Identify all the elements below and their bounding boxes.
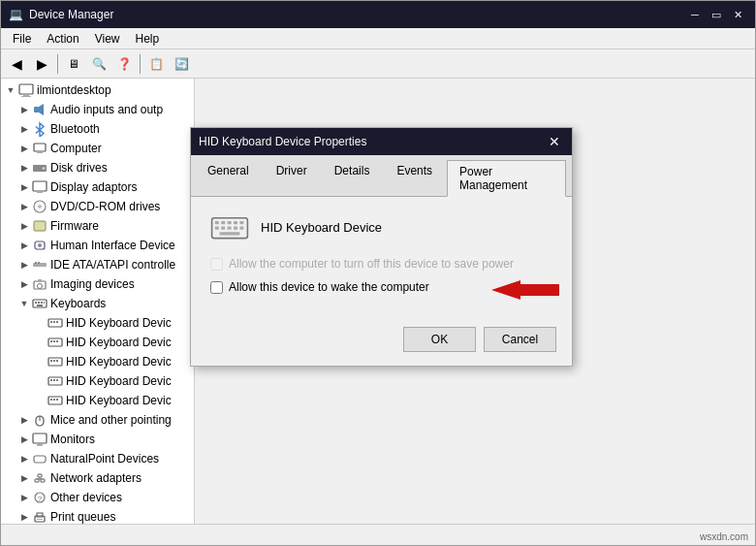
- svg-rect-28: [37, 305, 43, 306]
- svg-rect-20: [34, 281, 46, 289]
- expand-icon-computer: ▶: [16, 141, 32, 156]
- tree-item-imaging[interactable]: ▶ Imaging devices: [1, 274, 194, 294]
- svg-rect-1: [23, 94, 29, 96]
- svg-point-16: [38, 243, 42, 247]
- minimize-button[interactable]: ─: [685, 6, 705, 23]
- tree-item-diskdrives[interactable]: ▶ Disk drives: [1, 158, 194, 177]
- network-label: Network adapters: [50, 471, 142, 485]
- tab-general[interactable]: General: [195, 159, 262, 196]
- help-button[interactable]: ❓: [112, 52, 136, 76]
- menu-action[interactable]: Action: [39, 30, 86, 48]
- close-button[interactable]: ✕: [728, 6, 747, 23]
- tree-item-dvd[interactable]: ▶ DVD/CD-ROM drives: [1, 197, 194, 216]
- menu-file[interactable]: File: [5, 30, 39, 48]
- forward-button[interactable]: ▶: [30, 52, 53, 76]
- svg-text:?: ?: [38, 495, 43, 503]
- diskdrives-label: Disk drives: [50, 161, 108, 175]
- properties-button[interactable]: 📋: [144, 52, 168, 76]
- dvd-icon: [32, 199, 47, 214]
- svg-rect-76: [239, 221, 243, 224]
- audio-icon: [32, 102, 47, 117]
- dialog-tabs: General Driver Details Events Power Mana…: [191, 155, 572, 197]
- kbd1-label: HID Keyboard Devic: [66, 316, 172, 330]
- other-icon: ?: [32, 490, 47, 505]
- svg-rect-44: [56, 379, 58, 381]
- expand-icon-ide: ▶: [16, 257, 32, 273]
- maximize-button[interactable]: ▭: [707, 6, 726, 23]
- tree-item-display[interactable]: ▶ Display adaptors: [1, 177, 194, 197]
- spacer-kbd5: [32, 393, 47, 408]
- tree-item-otherdevices[interactable]: ▶ ? Other devices: [1, 488, 194, 507]
- option-row-wake: Allow this device to wake the computer: [210, 280, 552, 294]
- svg-rect-54: [34, 456, 46, 463]
- tree-item-computer[interactable]: ▶ Computer: [1, 139, 194, 158]
- svg-rect-11: [37, 191, 43, 193]
- tree-item-bluetooth[interactable]: ▶ Bluetooth: [1, 119, 194, 139]
- wake-computer-label: Allow this device to wake the computer: [229, 280, 429, 294]
- tree-item-printqueues[interactable]: ▶ Print queues: [1, 507, 194, 524]
- svg-rect-3: [34, 107, 39, 112]
- back-button[interactable]: ◀: [5, 52, 28, 76]
- tree-item-firmware[interactable]: ▶ Firmware: [1, 216, 194, 236]
- firmware-icon: [32, 218, 47, 234]
- svg-rect-42: [50, 379, 52, 381]
- disk-icon: [32, 160, 47, 176]
- tree-item-mice[interactable]: ▶ Mice and other pointing: [1, 410, 194, 430]
- tree-item-audio[interactable]: ▶ Audio inputs and outp: [1, 100, 194, 119]
- print-icon: [32, 509, 47, 524]
- tree-item-kbd5[interactable]: HID Keyboard Devic: [1, 391, 194, 410]
- cancel-button[interactable]: Cancel: [484, 327, 556, 352]
- keyboard-sm-icon-2: [47, 335, 63, 350]
- spacer-kbd2: [32, 335, 47, 350]
- search-button[interactable]: 🔍: [87, 52, 110, 76]
- kbd3-label: HID Keyboard Devic: [66, 355, 172, 369]
- tree-item-keyboards[interactable]: ▼ Keyboards: [1, 294, 194, 313]
- menu-view[interactable]: View: [87, 30, 128, 48]
- dm-title: Device Manager: [29, 8, 113, 21]
- tree-item-hid[interactable]: ▶ Human Interface Device: [1, 236, 194, 255]
- tree-item-network[interactable]: ▶ Network adapters: [1, 468, 194, 488]
- expand-icon-dvd: ▶: [16, 199, 32, 214]
- tree-item-kbd1[interactable]: HID Keyboard Devic: [1, 313, 194, 333]
- expand-icon-other: ▶: [16, 490, 32, 505]
- svg-rect-57: [38, 474, 42, 477]
- svg-rect-41: [48, 377, 62, 385]
- save-power-checkbox[interactable]: [210, 258, 223, 271]
- tab-events[interactable]: Events: [384, 159, 445, 196]
- tab-driver[interactable]: Driver: [264, 159, 320, 196]
- svg-rect-40: [56, 360, 58, 362]
- wake-computer-checkbox[interactable]: [210, 281, 223, 294]
- tree-item-root[interactable]: ▼ ilmiontdesktop: [1, 80, 194, 100]
- svg-rect-82: [220, 232, 240, 235]
- tab-details[interactable]: Details: [322, 159, 383, 196]
- svg-rect-43: [53, 379, 55, 381]
- otherdevices-label: Other devices: [50, 491, 122, 504]
- device-tree[interactable]: ▼ ilmiontdesktop ▶ Audio inputs and outp…: [1, 79, 195, 524]
- red-arrow-indicator: [491, 278, 559, 302]
- tree-item-ide[interactable]: ▶ IDE ATA/ATAPI controlle: [1, 255, 194, 274]
- device-name: HID Keyboard Device: [261, 220, 382, 235]
- svg-rect-39: [53, 360, 55, 362]
- svg-rect-74: [228, 221, 232, 224]
- svg-rect-79: [228, 227, 232, 230]
- tab-power-management[interactable]: Power Management: [447, 160, 566, 197]
- dialog-close-button[interactable]: ✕: [545, 133, 564, 150]
- tree-item-monitors[interactable]: ▶ Monitors: [1, 430, 194, 449]
- computer-label: Computer: [50, 142, 102, 155]
- tree-item-naturalpoint[interactable]: ▶ NaturalPoint Devices: [1, 449, 194, 468]
- svg-rect-47: [53, 399, 55, 401]
- hid-icon: [32, 238, 47, 253]
- tree-item-kbd3[interactable]: HID Keyboard Devic: [1, 352, 194, 371]
- ok-button[interactable]: OK: [403, 327, 476, 352]
- svg-rect-19: [38, 262, 40, 264]
- svg-rect-37: [48, 358, 62, 366]
- tree-item-kbd4[interactable]: HID Keyboard Devic: [1, 371, 194, 391]
- keyboard-sm-icon-4: [47, 373, 63, 389]
- svg-rect-29: [48, 319, 62, 327]
- hid-label: Human Interface Device: [50, 239, 175, 252]
- computer-button[interactable]: 🖥: [62, 52, 85, 76]
- refresh-button[interactable]: 🔄: [170, 52, 193, 76]
- tree-item-kbd2[interactable]: HID Keyboard Devic: [1, 333, 194, 352]
- menu-help[interactable]: Help: [128, 30, 168, 48]
- dialog-titlebar: HID Keyboard Device Properties ✕: [191, 128, 572, 155]
